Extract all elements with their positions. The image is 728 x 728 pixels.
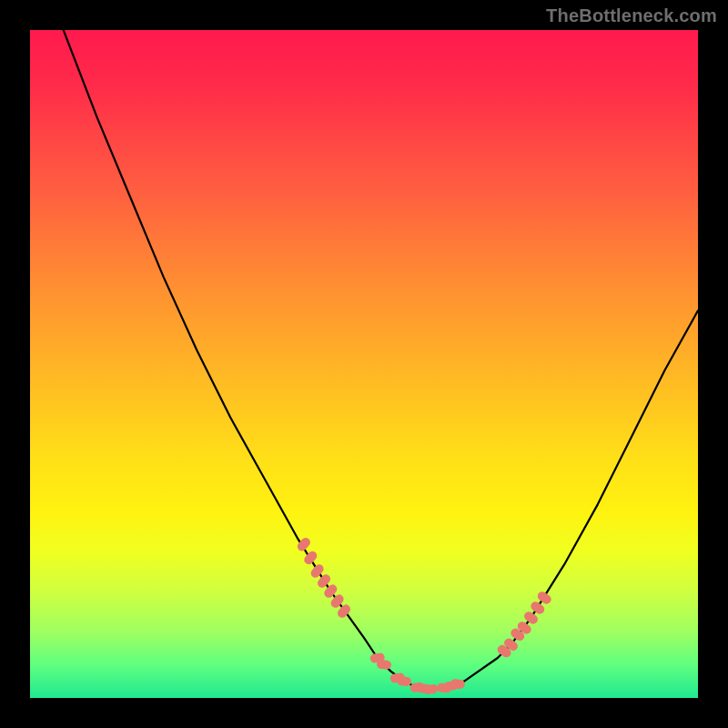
svg-rect-8 xyxy=(377,659,392,670)
svg-rect-1 xyxy=(302,550,318,567)
chart-plot-area xyxy=(30,30,698,698)
chart-frame: TheBottleneck.com xyxy=(0,0,728,728)
curve-markers xyxy=(296,536,553,695)
chart-svg xyxy=(30,30,698,698)
watermark-text: TheBottleneck.com xyxy=(546,5,717,26)
curve-line xyxy=(64,30,698,690)
svg-rect-10 xyxy=(397,676,412,687)
